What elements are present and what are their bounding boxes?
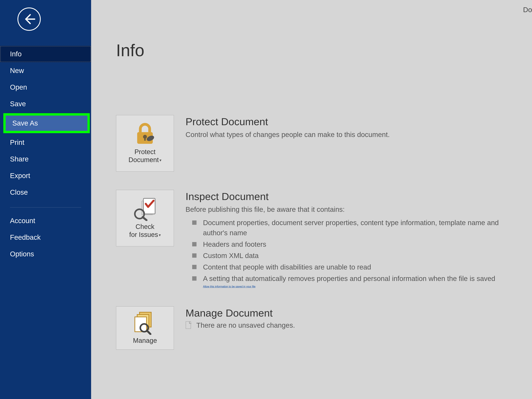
nav-info[interactable]: Info <box>0 46 91 62</box>
nav-open[interactable]: Open <box>0 79 91 95</box>
nav-print[interactable]: Print <box>0 134 91 151</box>
back-arrow-icon <box>22 13 36 26</box>
allow-info-link[interactable]: Allow this information to be saved in yo… <box>203 285 255 288</box>
manage-document-button[interactable]: Manage <box>116 306 174 350</box>
protect-desc: Control what types of changes people can… <box>185 130 518 140</box>
list-item: Document properties, document server pro… <box>192 218 518 238</box>
list-item: Headers and footers <box>192 239 518 250</box>
protect-document-label: ProtectDocument▾ <box>128 148 161 164</box>
nav-new[interactable]: New <box>0 62 91 79</box>
nav-feedback[interactable]: Feedback <box>0 229 91 246</box>
svg-line-11 <box>147 330 151 334</box>
section-manage: Manage Manage Document There are no unsa… <box>116 306 532 350</box>
nav-export[interactable]: Export <box>0 167 91 184</box>
backstage-main: Do Info ProtectDocument▾ <box>91 0 532 399</box>
inspect-icon <box>133 198 158 219</box>
nav-share[interactable]: Share <box>0 151 91 167</box>
document-icon <box>185 321 192 329</box>
list-item: Custom XML data <box>192 251 518 261</box>
lock-icon <box>133 123 158 145</box>
manage-document-label: Manage <box>133 336 157 344</box>
nav-close[interactable]: Close <box>0 184 91 201</box>
section-inspect: Checkfor Issues▾ Inspect Document Before… <box>116 190 532 288</box>
list-item: Content that people with disabilities ar… <box>192 262 518 272</box>
protect-document-button[interactable]: ProtectDocument▾ <box>116 115 174 171</box>
list-item: A setting that automatically removes pro… <box>192 274 518 284</box>
protect-title: Protect Document <box>185 116 518 127</box>
back-button[interactable] <box>18 7 41 31</box>
inspect-title: Inspect Document <box>185 190 518 202</box>
svg-rect-12 <box>186 322 191 329</box>
manage-icon <box>133 311 158 333</box>
nav-save-as[interactable]: Save As <box>6 115 88 131</box>
svg-rect-2 <box>144 137 146 141</box>
nav-separator <box>10 207 81 208</box>
backstage-sidebar: Info New Open Save Save As Print Share E… <box>0 0 91 399</box>
inspect-desc: Before publishing this file, be aware th… <box>185 205 518 215</box>
page-title: Info <box>116 41 532 60</box>
check-for-issues-button[interactable]: Checkfor Issues▾ <box>116 190 174 246</box>
nav-options[interactable]: Options <box>0 246 91 262</box>
nav-save[interactable]: Save <box>0 95 91 112</box>
nav-account[interactable]: Account <box>0 212 91 229</box>
inspect-issues-list: Document properties, document server pro… <box>185 218 518 284</box>
titlebar-text: Do <box>523 6 532 14</box>
nav-save-as-highlight: Save As <box>3 113 90 133</box>
section-protect: ProtectDocument▾ Protect Document Contro… <box>116 115 532 171</box>
check-for-issues-label: Checkfor Issues▾ <box>129 223 161 239</box>
manage-title: Manage Document <box>185 307 518 319</box>
manage-desc: There are no unsaved changes. <box>196 321 295 329</box>
svg-line-6 <box>143 217 146 220</box>
